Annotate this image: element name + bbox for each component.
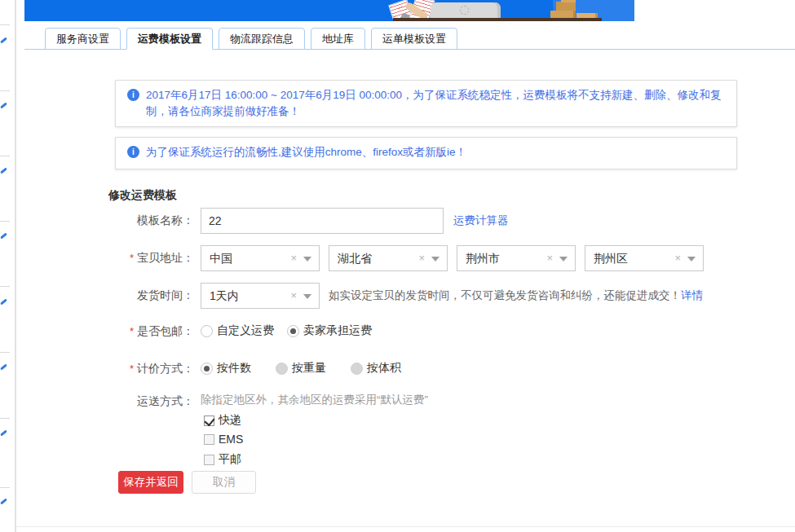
shipping-template-settings-page: 服务商设置 运费模板设置 物流跟踪信息 地址库 运单模板设置 i 2017年6月… bbox=[0, 0, 795, 532]
tab-logistics-tracking-info[interactable]: 物流跟踪信息 bbox=[219, 28, 305, 50]
edge-row-line bbox=[0, 286, 10, 287]
edge-row-line bbox=[0, 24, 10, 25]
radio-icon bbox=[276, 363, 288, 375]
checkbox-label: 快递 bbox=[219, 413, 241, 428]
notice-text: 为了保证系统运行的流畅性,建议使用chrome、firefox或者新版ie！ bbox=[146, 144, 466, 160]
tab-address-library[interactable]: 地址库 bbox=[311, 28, 365, 50]
edge-row-line bbox=[0, 487, 10, 488]
chevron-down-icon bbox=[559, 257, 568, 262]
district-select[interactable]: 荆州区 × bbox=[585, 245, 704, 271]
edit-mark-icon bbox=[0, 498, 7, 504]
details-link[interactable]: 详情 bbox=[681, 289, 703, 301]
required-asterisk: * bbox=[130, 363, 134, 375]
clear-icon[interactable]: × bbox=[290, 252, 297, 264]
browser-recommendation-notice: i 为了保证系统运行的流畅性,建议使用chrome、firefox或者新版ie！ bbox=[115, 137, 737, 169]
city-select[interactable]: 荆州市 × bbox=[457, 245, 576, 271]
delivery-time-select[interactable]: 1天内 × bbox=[201, 283, 320, 309]
radio-icon bbox=[201, 325, 213, 337]
radio-icon bbox=[201, 363, 213, 375]
shipping-method-label: 运送方式： bbox=[0, 394, 194, 409]
tab-service-provider-settings[interactable]: 服务商设置 bbox=[45, 28, 121, 50]
notice-text: 2017年6月17日 16:00:00 ~ 2017年6月19日 00:00:0… bbox=[146, 87, 727, 120]
delivery-time-select-value: 1天内 bbox=[210, 289, 239, 304]
radio-label: 按件数 bbox=[217, 361, 251, 376]
chevron-down-icon bbox=[431, 257, 439, 262]
edge-row-line bbox=[0, 352, 10, 353]
radio-by-weight: 按重量 bbox=[276, 361, 326, 376]
freight-calculator-link[interactable]: 运费计算器 bbox=[453, 213, 509, 228]
checkbox-icon bbox=[204, 455, 214, 465]
radio-seller-pays-freight[interactable]: 卖家承担运费 bbox=[287, 323, 372, 338]
radio-by-volume: 按体积 bbox=[351, 361, 401, 376]
radio-label: 按体积 bbox=[367, 361, 401, 376]
district-select-value: 荆州区 bbox=[594, 252, 628, 266]
edge-row-line bbox=[0, 418, 10, 419]
chevron-down-icon bbox=[687, 257, 696, 262]
radio-label: 按重量 bbox=[292, 361, 326, 376]
tab-shipping-template-settings[interactable]: 运费模板设置 bbox=[126, 28, 213, 50]
country-select-value: 中国 bbox=[210, 252, 232, 266]
province-select[interactable]: 湖北省 × bbox=[329, 245, 448, 271]
checkbox-express[interactable]: 快递 bbox=[204, 413, 241, 428]
desk-line bbox=[393, 18, 602, 21]
checkbox-ems[interactable]: EMS bbox=[204, 433, 243, 446]
system-maintenance-notice: i 2017年6月17日 16:00:00 ~ 2017年6月19日 00:00… bbox=[115, 80, 737, 127]
info-icon: i bbox=[127, 89, 139, 101]
radio-icon bbox=[351, 363, 363, 375]
checkbox-label: EMS bbox=[219, 433, 243, 446]
radio-label: 卖家承担运费 bbox=[303, 323, 372, 338]
edit-mark-icon bbox=[0, 102, 7, 108]
left-divider bbox=[15, 0, 16, 532]
chevron-down-icon bbox=[303, 294, 311, 299]
clear-icon[interactable]: × bbox=[674, 252, 681, 264]
radio-custom-freight[interactable]: 自定义运费 bbox=[201, 323, 274, 338]
country-select[interactable]: 中国 × bbox=[201, 245, 320, 271]
settings-tabbar: 服务商设置 运费模板设置 物流跟踪信息 地址库 运单模板设置 bbox=[45, 28, 457, 50]
package-box-icon bbox=[561, 0, 576, 2]
clear-icon[interactable]: × bbox=[418, 252, 425, 264]
province-select-value: 湖北省 bbox=[338, 252, 372, 266]
package-box-icon bbox=[556, 2, 576, 11]
edit-mark-icon bbox=[0, 232, 7, 239]
checkbox-icon bbox=[204, 415, 214, 426]
save-and-return-button[interactable]: 保存并返回 bbox=[118, 471, 183, 494]
item-address-label: *宝贝地址： bbox=[0, 251, 194, 266]
radio-label: 自定义运费 bbox=[217, 323, 274, 338]
free-shipping-label: *是否包邮： bbox=[0, 324, 194, 339]
template-name-input[interactable] bbox=[201, 208, 444, 234]
radio-by-piece[interactable]: 按件数 bbox=[201, 361, 251, 376]
chevron-down-icon bbox=[303, 257, 311, 262]
checkbox-label: 平邮 bbox=[219, 452, 241, 467]
edge-row-line bbox=[0, 156, 10, 156]
template-name-label: 模板名称： bbox=[0, 213, 194, 228]
checkbox-surface-mail[interactable]: 平邮 bbox=[204, 452, 241, 467]
edit-mark-icon bbox=[0, 429, 7, 436]
required-asterisk: * bbox=[130, 252, 134, 264]
cancel-button[interactable]: 取消 bbox=[192, 471, 256, 494]
clear-icon[interactable]: × bbox=[546, 252, 553, 264]
clear-icon[interactable]: × bbox=[290, 289, 297, 301]
edit-mark-icon bbox=[0, 37, 7, 43]
tab-waybill-template-settings[interactable]: 运单模板设置 bbox=[371, 28, 457, 50]
shipping-method-note: 除指定地区外，其余地区的运费采用“默认运费” bbox=[201, 393, 428, 407]
edit-mark-icon bbox=[0, 167, 7, 174]
top-banner bbox=[24, 0, 634, 21]
page-title: 修改运费模板 bbox=[108, 188, 177, 203]
radio-icon bbox=[287, 325, 299, 337]
city-select-value: 荆州市 bbox=[466, 252, 500, 266]
laptop-logo-icon bbox=[460, 6, 469, 15]
pricing-method-label: *计价方式： bbox=[0, 362, 194, 376]
edge-row-line bbox=[0, 90, 10, 91]
bottom-divider bbox=[16, 526, 795, 527]
checkbox-icon bbox=[204, 434, 214, 445]
delivery-time-label: 发货时间： bbox=[0, 288, 194, 303]
info-icon: i bbox=[127, 146, 139, 158]
delivery-time-hint: 如实设定宝贝的发货时间，不仅可避免发货咨询和纠纷，还能促进成交！详情 bbox=[329, 288, 703, 303]
required-asterisk: * bbox=[130, 325, 134, 337]
